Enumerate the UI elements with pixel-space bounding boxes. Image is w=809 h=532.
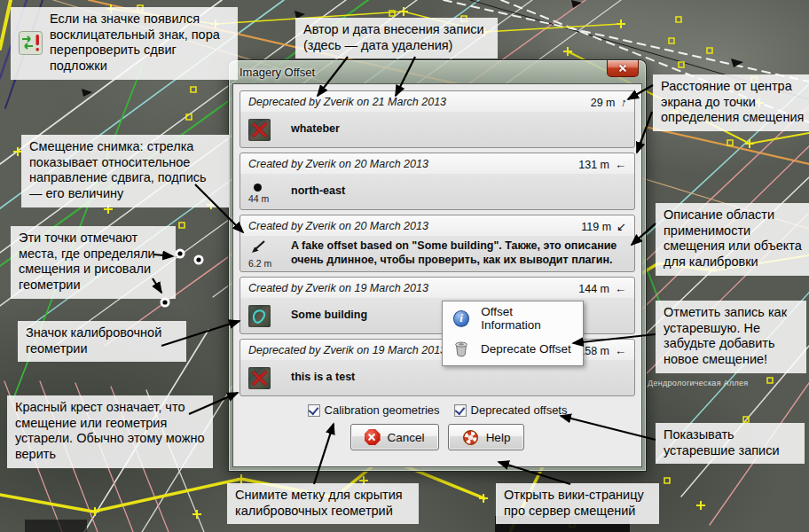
info-circle-icon: i <box>453 310 469 327</box>
dialog-content: Deprecated by Zverik on 21 March 2013 29… <box>232 83 642 467</box>
entry-offset-magnitude: 44 m <box>248 193 269 204</box>
callout-distance: Расстояние от центра экрана до точки опр… <box>653 74 809 131</box>
checkbox-label: Deprecated offsets <box>471 403 568 417</box>
entry-label: north-east <box>282 184 345 199</box>
menu-item-deprecate-offset[interactable]: Deprecate Offset <box>443 333 583 364</box>
callout-dots: Эти точки отмечают места, где определяли… <box>11 226 176 299</box>
entry-label: A fake offset based on "Some building". … <box>282 239 626 267</box>
entry-distance: 158 m← <box>578 344 626 357</box>
callout-icon-warning: Если на значке появился восклицательный … <box>11 7 238 80</box>
button-row: Cancel Help <box>240 424 635 450</box>
deprecated-offsets-checkbox[interactable]: Deprecated offsets <box>454 403 568 417</box>
lifebuoy-icon <box>462 429 479 446</box>
direction-arrow-icon: ← <box>615 282 626 295</box>
trash-icon <box>453 340 469 357</box>
recheck-offset-icon <box>19 31 43 55</box>
close-button[interactable] <box>607 60 639 77</box>
entry-label: this is a test <box>282 371 355 385</box>
entry-body: 44 m north-east <box>240 174 634 210</box>
entry-header: Created by Zverik on 20 March 2013 119 m… <box>240 215 634 236</box>
entry-header: Created by Zverik on 20 March 2013 131 m… <box>240 153 634 174</box>
offset-entry[interactable]: Created by Zverik on 20 March 2013 131 m… <box>240 153 635 210</box>
imagery-offset-dialog: Imagery Offset Deprecated by Zverik on 2… <box>229 60 646 471</box>
cancel-icon <box>365 429 381 445</box>
direction-arrow-icon: ← <box>615 344 626 357</box>
red-cross-thumbnail-icon <box>248 119 271 141</box>
callout-offset-arrow: Смещение снимка: стрелка показывает отно… <box>21 135 229 207</box>
callout-description: Описание области применимости смещения и… <box>656 203 809 276</box>
entry-distance: 144 m← <box>578 282 626 295</box>
cancel-button[interactable]: Cancel <box>350 424 439 450</box>
callout-deprecate: Отметить запись как устаревшую. Не забуд… <box>656 301 806 373</box>
callout-calibration-icon: Значок калибровочной геометрии <box>18 321 186 362</box>
dialog-title: Imagery Offset <box>240 66 315 79</box>
street-label: Дендрологическая Аллея <box>648 379 749 387</box>
entry-label: whateber <box>282 122 340 137</box>
offset-context-menu: i Offset Information Deprecate Offset <box>442 301 584 366</box>
direction-arrow-icon: ← <box>615 158 626 171</box>
dot-icon <box>254 184 262 192</box>
entry-distance: 29 m↑ <box>591 96 626 109</box>
entry-header: Created by Zverik on 19 March 2013 144 m… <box>240 278 634 298</box>
southwest-arrow-icon <box>248 239 268 256</box>
entry-distance: 131 m← <box>578 158 626 171</box>
entry-distance: 119 m↙ <box>581 220 626 233</box>
checkbox-checked-icon <box>308 404 320 417</box>
entry-body: 6.2 m A fake offset based on "Some build… <box>240 236 634 272</box>
help-button[interactable]: Help <box>448 424 525 450</box>
callout-author-date: Автор и дата внесения записи (здесь — да… <box>295 18 498 59</box>
building-footprint <box>25 520 87 532</box>
entry-author-date: Created by Zverik on 20 March 2013 <box>248 220 428 232</box>
entry-body: whateber <box>240 112 634 148</box>
entry-author-date: Deprecated by Zverik on 19 March 2013 <box>248 344 446 356</box>
checkbox-row: Calibration geometries Deprecated offset… <box>240 403 635 417</box>
callout-wiki-help: Открыть вики-страницу про сервер смещени… <box>496 483 659 524</box>
entry-author-date: Created by Zverik on 20 March 2013 <box>248 158 428 170</box>
checkbox-label: Calibration geometries <box>325 403 440 417</box>
red-cross-thumbnail-icon <box>248 367 271 389</box>
calibration-geometries-checkbox[interactable]: Calibration geometries <box>308 403 440 417</box>
offset-entry[interactable]: Deprecated by Zverik on 21 March 2013 29… <box>240 90 635 148</box>
direction-arrow-icon: ↑ <box>619 95 628 109</box>
checkbox-checked-icon <box>454 404 467 417</box>
entry-author-date: Created by Zverik on 19 March 2013 <box>248 282 428 294</box>
callout-show-deprecated: Показывать устаревшие записи <box>656 423 805 464</box>
entry-author-date: Deprecated by Zverik on 21 March 2013 <box>248 96 446 108</box>
menu-item-offset-information[interactable]: i Offset Information <box>443 303 583 333</box>
teal-geometry-icon <box>248 305 271 327</box>
entry-header: Deprecated by Zverik on 21 March 2013 29… <box>240 91 634 112</box>
direction-arrow-icon: ↙ <box>617 220 626 233</box>
callout-hide-calibration: Снимите метку для скрытия калибровочных … <box>227 483 419 524</box>
close-icon <box>619 65 627 73</box>
entry-offset-magnitude: 6.2 m <box>248 258 271 269</box>
offset-entry[interactable]: Created by Zverik on 20 March 2013 119 m… <box>240 215 635 272</box>
entry-label: Some building <box>282 309 367 323</box>
callout-red-cross: Красный крест означает, что смещение или… <box>7 395 213 468</box>
dialog-titlebar[interactable]: Imagery Offset <box>229 60 646 83</box>
screenshot-root: Дендрологическая Аллея Imagery Offset De… <box>0 0 809 532</box>
